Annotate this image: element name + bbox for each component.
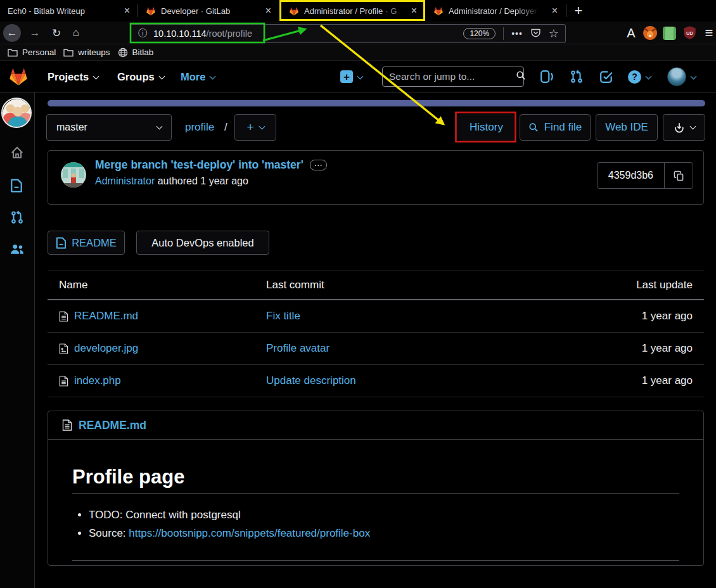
divider xyxy=(503,27,504,40)
project-avatar[interactable] xyxy=(1,98,32,128)
project-path-link[interactable]: profile xyxy=(185,114,214,141)
web-ide-button[interactable]: Web IDE xyxy=(596,114,658,141)
history-button[interactable]: History xyxy=(458,114,515,141)
commit-message-link[interactable]: Fix title xyxy=(266,310,300,322)
sidebar-members-icon[interactable] xyxy=(10,243,25,258)
url-host: 10.10.10.114 xyxy=(153,29,207,39)
site-info-icon[interactable]: ⓘ xyxy=(138,28,147,39)
nav-groups[interactable]: Groups xyxy=(117,61,164,93)
menu-icon[interactable]: ≡ xyxy=(702,25,716,41)
issues-icon[interactable] xyxy=(540,70,554,86)
bookmark-label: writeups xyxy=(78,48,110,57)
user-avatar xyxy=(667,67,686,86)
new-tab-button[interactable]: + xyxy=(569,1,588,20)
commit-message-link[interactable]: Update description xyxy=(266,374,356,387)
global-search[interactable] xyxy=(382,67,524,87)
commit-message-link[interactable]: Profile avatar xyxy=(266,342,329,354)
download-button[interactable] xyxy=(663,114,705,141)
files-table-header: Name Last commit Last update xyxy=(48,271,704,300)
source-link[interactable]: https://bootsnipp.com/snippets/featured/… xyxy=(129,527,370,539)
tab-title: Administrator / Profile xyxy=(304,6,383,16)
bookmark-label: Personal xyxy=(22,48,56,57)
divider xyxy=(72,560,679,561)
last-update: 1 year ago xyxy=(584,342,704,355)
chevron-down-icon xyxy=(93,73,99,79)
plus-icon: + xyxy=(246,120,253,134)
bookmark-star-icon[interactable]: ☆ xyxy=(549,27,559,41)
reload-button[interactable]: ↻ xyxy=(48,24,65,42)
tab-separator xyxy=(566,4,566,17)
tab-writeup[interactable]: Ech0 - Bitlab Writeup × xyxy=(0,0,136,22)
todos-icon[interactable] xyxy=(599,70,613,86)
sidebar-merge-requests-icon[interactable] xyxy=(10,210,24,227)
readme-filename-link[interactable]: README.md xyxy=(79,419,146,432)
nav-more[interactable]: More xyxy=(181,61,215,93)
tab-administrator-profile[interactable]: Administrator / Profile · G × xyxy=(281,0,423,22)
close-icon[interactable]: × xyxy=(124,6,130,16)
chevron-down-icon xyxy=(646,73,652,79)
copy-icon xyxy=(674,170,684,181)
search-input[interactable] xyxy=(383,71,516,82)
nav-projects[interactable]: Projects xyxy=(48,61,98,93)
plus-icon: + xyxy=(340,70,353,83)
tab-title: Ech0 - Bitlab Writeup xyxy=(8,6,85,16)
page-actions-icon[interactable]: ••• xyxy=(511,29,523,39)
table-row: index.php Update description 1 year ago xyxy=(48,364,704,397)
project-content: master profile / + History Find file Web… xyxy=(35,93,716,588)
file-name-link[interactable]: developer.jpg xyxy=(74,342,138,355)
close-icon[interactable]: × xyxy=(552,6,558,16)
close-icon[interactable]: × xyxy=(411,6,417,16)
find-file-button[interactable]: Find file xyxy=(520,114,591,141)
commit-description-toggle[interactable]: ⋯ xyxy=(310,160,327,170)
last-commit-card: Merge branch 'test-deploy' into 'master'… xyxy=(48,150,704,205)
list-item: TODO: Connect with postgresql xyxy=(89,509,679,521)
gitlab-navbar: Projects Groups More + ? xyxy=(0,61,716,93)
zoom-level-badge[interactable]: 120% xyxy=(463,28,495,39)
branch-selector[interactable]: master xyxy=(46,114,172,141)
extension-a-icon[interactable]: A xyxy=(623,25,639,41)
sidebar-repository-icon[interactable] xyxy=(10,179,23,195)
browser-tab-bar: Ech0 - Bitlab Writeup × Developer · GitL… xyxy=(0,0,716,22)
shield-extension-icon[interactable]: UD xyxy=(682,25,697,40)
new-menu-button[interactable]: + xyxy=(340,61,362,93)
bookmark-folder-writeups[interactable]: writeups xyxy=(63,48,110,57)
forward-button[interactable]: → xyxy=(26,24,44,42)
copy-commit-sha-button[interactable] xyxy=(665,163,693,188)
gitlab-logo-icon[interactable] xyxy=(8,67,29,86)
help-menu[interactable]: ? xyxy=(628,61,651,93)
add-file-button[interactable]: + xyxy=(234,114,276,141)
divider xyxy=(72,493,679,494)
file-name-link[interactable]: index.php xyxy=(74,374,121,387)
green-extension-icon[interactable] xyxy=(663,27,676,40)
merge-requests-icon[interactable] xyxy=(570,70,584,86)
home-button[interactable]: ⌂ xyxy=(67,24,85,42)
tab-administrator-deployer[interactable]: Administrator / Deployer × xyxy=(426,0,564,22)
file-name-link[interactable]: README.md xyxy=(74,310,138,323)
foxyproxy-extension-icon[interactable] xyxy=(642,25,658,41)
file-doc-icon xyxy=(62,419,72,431)
readme-badge-button[interactable]: README xyxy=(48,231,125,255)
commit-author-avatar[interactable] xyxy=(61,162,86,188)
bookmark-bitlab[interactable]: Bitlab xyxy=(118,48,154,58)
url-bar[interactable]: ⓘ 10.10.10.114 /root/profile 120% ••• ☆ xyxy=(130,24,566,43)
tab-title: Administrator / Deployer xyxy=(449,6,544,16)
commit-sha-group: 4359d3b6 xyxy=(597,162,693,189)
chevron-down-icon xyxy=(158,73,165,79)
sidebar-home-icon[interactable] xyxy=(10,146,24,162)
user-menu[interactable] xyxy=(667,61,696,93)
header-name: Name xyxy=(48,279,266,291)
close-icon[interactable]: × xyxy=(265,6,271,16)
commit-author-link[interactable]: Administrator xyxy=(95,176,155,186)
back-button[interactable]: ← xyxy=(3,24,21,42)
auto-devops-badge[interactable]: Auto DevOps enabled xyxy=(136,231,269,255)
pocket-icon[interactable] xyxy=(530,27,541,41)
svg-text:UD: UD xyxy=(686,30,693,36)
tab-developer-gitlab[interactable]: Developer · GitLab × xyxy=(138,0,278,22)
progress-bar xyxy=(48,100,705,106)
file-image-icon xyxy=(59,343,68,354)
chevron-down-icon xyxy=(357,73,364,79)
branch-name: master xyxy=(56,122,87,133)
chevron-down-icon xyxy=(691,73,697,79)
commit-title-link[interactable]: Merge branch 'test-deploy' into 'master' xyxy=(95,158,304,172)
bookmark-folder-personal[interactable]: Personal xyxy=(8,48,56,57)
